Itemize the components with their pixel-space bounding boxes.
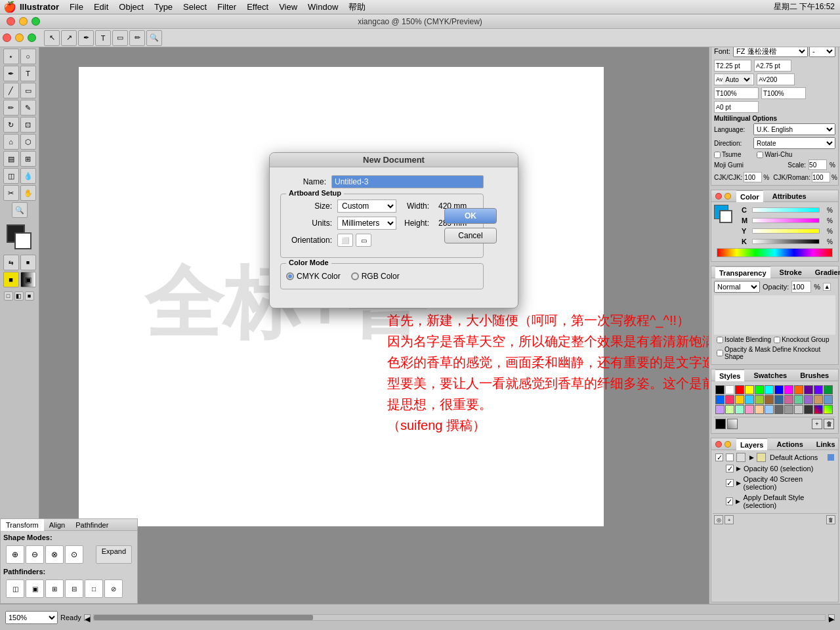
scroll-right[interactable]: ▶ <box>828 614 835 621</box>
swatch-lightblue[interactable] <box>715 395 724 404</box>
knockout-group[interactable]: Knockout Group <box>774 336 829 343</box>
swatch-aquamarine[interactable] <box>735 405 744 414</box>
opacity-up[interactable]: ▲ <box>823 283 831 291</box>
language-select[interactable]: U.K. English <box>753 123 835 135</box>
swatch-white[interactable] <box>725 385 734 394</box>
font-size-input[interactable] <box>720 62 749 70</box>
units-select[interactable]: Millimeters Inches Points <box>337 217 396 230</box>
layer-lock-1[interactable] <box>726 453 734 461</box>
layers-locate[interactable]: ◎ <box>714 515 723 524</box>
unite-btn[interactable]: ⊕ <box>6 545 24 564</box>
swatch-new[interactable] <box>715 419 726 429</box>
crop-btn[interactable]: ⊟ <box>65 579 83 598</box>
layers-delete[interactable]: 🗑 <box>826 515 835 524</box>
cmyk-radio[interactable]: CMYK Color <box>286 272 341 281</box>
swatch-chartreuse[interactable] <box>725 405 734 414</box>
swap-colors[interactable]: ⇆ <box>3 255 19 270</box>
swatch-violet[interactable] <box>814 385 823 394</box>
swatch-navy[interactable] <box>774 395 784 404</box>
zoom-select[interactable]: 150% <box>5 611 58 624</box>
tab-transparency[interactable]: Transparency <box>715 266 770 278</box>
m-slider[interactable] <box>752 218 820 223</box>
menu-filter[interactable]: Filter <box>212 0 242 14</box>
swatch-gradient2[interactable] <box>824 405 833 414</box>
tracking-select[interactable]: Auto <box>723 74 752 85</box>
layer-row-3[interactable]: ✓ ▶ Opacity 40 Screen (selection) <box>713 474 837 492</box>
color-stroke[interactable] <box>719 210 732 223</box>
swatch-gray[interactable] <box>774 405 784 414</box>
menu-help[interactable]: 帮助 <box>343 0 371 14</box>
pencil-tool[interactable]: ✎ <box>20 100 36 116</box>
cjk-cjk-input[interactable] <box>744 172 762 182</box>
layer-vis-3[interactable]: ✓ <box>726 479 734 487</box>
opacity-input[interactable] <box>791 281 811 293</box>
tool-arrow[interactable]: ↖ <box>44 30 60 46</box>
swatch-yellow[interactable] <box>745 385 754 394</box>
swatch-skyblue[interactable] <box>745 395 754 404</box>
layer-vis-1[interactable]: ✓ <box>715 453 723 461</box>
scale-tool[interactable]: ⊡ <box>20 117 36 133</box>
menu-file[interactable]: File <box>64 0 89 14</box>
tab-pathfinder[interactable]: Pathfinder <box>70 519 114 531</box>
swatch-rose[interactable] <box>784 395 793 404</box>
vscale-input[interactable] <box>767 90 793 97</box>
tab-swatches[interactable]: Swatches <box>749 369 791 381</box>
layer-expand-4[interactable]: ▶ <box>736 498 740 505</box>
direction-select[interactable]: Rotate <box>753 137 835 149</box>
swatch-delete[interactable]: 🗑 <box>824 419 834 429</box>
swatch-tan[interactable] <box>814 395 823 404</box>
minimize-button[interactable] <box>19 17 28 26</box>
toolbar-max[interactable] <box>28 33 36 42</box>
tab-color[interactable]: Color <box>736 190 763 202</box>
tab-attributes[interactable]: Attributes <box>768 190 810 202</box>
merge-btn[interactable]: ⊞ <box>45 579 64 598</box>
stroke-swatch[interactable] <box>14 232 32 249</box>
horizontal-scrollbar[interactable] <box>93 614 826 621</box>
zoom-tool[interactable]: 🔍 <box>12 202 28 218</box>
color-panel-close[interactable] <box>715 193 722 200</box>
swatch-lavender[interactable] <box>804 395 813 404</box>
swatch-salmon[interactable] <box>745 405 754 414</box>
tool-zoom[interactable]: 🔍 <box>146 30 162 46</box>
swatch-lime[interactable] <box>755 395 764 404</box>
y-slider[interactable] <box>752 228 820 234</box>
swatch-black[interactable] <box>715 385 724 394</box>
wari-chu-check[interactable]: Wari-Chu <box>757 151 792 158</box>
rgb-radio[interactable]: RGB Color <box>351 272 400 281</box>
hand-tool[interactable]: ✋ <box>20 185 36 201</box>
menu-view[interactable]: View <box>274 0 303 14</box>
full-screen-1[interactable]: ◧ <box>14 291 24 301</box>
hscale-input[interactable] <box>720 90 746 97</box>
menu-edit[interactable]: Edit <box>89 0 114 14</box>
tab-links[interactable]: Links <box>812 438 839 450</box>
layer-row-4[interactable]: ✓ ▶ Apply Default Style (selection) <box>713 492 837 511</box>
cjk-roman-input[interactable] <box>812 172 830 182</box>
color-spectrum[interactable] <box>717 248 833 257</box>
toolbar-min[interactable] <box>15 33 24 42</box>
blend-mode-select[interactable]: Normal <box>714 281 760 293</box>
c-slider[interactable] <box>752 207 820 213</box>
type-tool[interactable]: T <box>20 66 36 81</box>
gradient-mode[interactable]: ▣ <box>20 272 36 287</box>
swatch-mint[interactable] <box>794 395 803 404</box>
tool-pen[interactable]: ✒ <box>78 30 94 46</box>
tab-layers[interactable]: Layers <box>736 438 767 450</box>
tab-align[interactable]: Align <box>44 519 70 531</box>
swatch-cornflower[interactable] <box>824 395 833 404</box>
swatch-none[interactable] <box>727 419 738 429</box>
menu-type[interactable]: Type <box>149 0 178 14</box>
toolbar-close[interactable] <box>3 33 11 42</box>
color-panel-min[interactable] <box>724 193 731 200</box>
swatch-green[interactable] <box>755 385 764 394</box>
swatch-red[interactable] <box>735 385 744 394</box>
outline-btn[interactable]: □ <box>85 579 103 598</box>
maximize-button[interactable] <box>32 17 40 26</box>
orientation-portrait[interactable]: ⬜ <box>337 234 353 247</box>
swatch-silver[interactable] <box>794 405 803 414</box>
swatch-gold[interactable] <box>735 395 744 404</box>
close-button[interactable] <box>7 17 15 26</box>
layer-vis-2[interactable]: ✓ <box>726 465 734 472</box>
trim-btn[interactable]: ▣ <box>26 579 44 598</box>
tool-shape[interactable]: ▭ <box>112 30 128 46</box>
swatch-cyan[interactable] <box>765 385 774 394</box>
